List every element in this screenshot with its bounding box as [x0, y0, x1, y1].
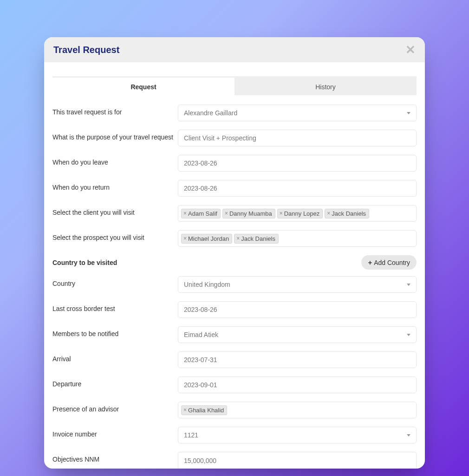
- tag-label: Danny Lopez: [284, 210, 320, 217]
- invoice-select[interactable]: 1121: [178, 427, 417, 443]
- country-value: United Kingdom: [184, 281, 230, 288]
- tag-label: Adam Salif: [188, 210, 217, 217]
- tag[interactable]: ×Danny Muamba: [222, 209, 275, 218]
- label-invoice: Invoice number: [52, 427, 178, 438]
- objectives-value: 15,000,000: [184, 457, 216, 464]
- tab-request[interactable]: Request: [52, 76, 234, 95]
- invoice-value: 1121: [184, 431, 198, 439]
- tabs: Request History: [52, 76, 417, 95]
- label-departure: Departure: [52, 377, 178, 388]
- label-arrival: Arrival: [52, 351, 178, 363]
- tag-remove-icon[interactable]: ×: [327, 210, 330, 217]
- last-cross-input[interactable]: 2023-08-26: [178, 301, 417, 318]
- tag-remove-icon[interactable]: ×: [183, 235, 187, 242]
- departure-value: 2023-09-01: [184, 381, 217, 389]
- objectives-input[interactable]: 15,000,000: [178, 452, 417, 469]
- tag-label: Ghalia Khalid: [188, 407, 224, 414]
- label-advisor: Presence of an advisor: [52, 402, 178, 413]
- tag-label: Danny Muamba: [229, 210, 272, 217]
- chevron-down-icon: [407, 112, 410, 114]
- travel-request-modal: Travel Request ✕ Request History This tr…: [44, 37, 425, 469]
- tag-label: Michael Jordan: [188, 235, 229, 242]
- label-objectives: Objectives NNM: [52, 452, 178, 463]
- label-return: When do you return: [52, 180, 178, 191]
- notify-value: Eimad Atiek: [184, 331, 218, 338]
- tag[interactable]: ×Ghalia Khalid: [181, 405, 227, 415]
- tag[interactable]: ×Jack Daniels: [234, 234, 279, 244]
- tag-remove-icon[interactable]: ×: [280, 210, 283, 217]
- tag-label: Jack Daniels: [241, 235, 275, 242]
- requester-select[interactable]: Alexandre Gaillard: [178, 105, 417, 121]
- tab-history[interactable]: History: [234, 76, 417, 95]
- tag[interactable]: ×Danny Lopez: [277, 209, 323, 218]
- tag[interactable]: ×Michael Jordan: [181, 234, 232, 244]
- label-for: This travel request is for: [52, 105, 178, 116]
- purpose-value: Client Visit + Prospecting: [184, 134, 256, 142]
- leave-date-input[interactable]: 2023-08-26: [178, 155, 417, 172]
- arrival-value: 2023-07-31: [184, 356, 217, 364]
- label-country: Country: [52, 276, 178, 287]
- tag-remove-icon[interactable]: ×: [183, 210, 187, 217]
- requester-value: Alexandre Gaillard: [184, 109, 237, 117]
- tag-remove-icon[interactable]: ×: [183, 407, 187, 413]
- tag-remove-icon[interactable]: ×: [225, 210, 228, 217]
- label-prospect: Select the prospect you will visit: [52, 230, 178, 241]
- label-leave: When do you leave: [52, 155, 178, 166]
- country-select[interactable]: United Kingdom: [178, 276, 417, 293]
- chevron-down-icon: [407, 284, 410, 286]
- chevron-down-icon: [407, 434, 410, 436]
- add-country-label: Add Country: [374, 259, 410, 266]
- chevron-down-icon: [407, 334, 410, 336]
- label-client: Select the client you will visit: [52, 205, 178, 216]
- return-date-value: 2023-08-26: [184, 185, 217, 192]
- add-country-button[interactable]: + Add Country: [361, 255, 417, 270]
- country-section-heading: Country to be visited: [52, 259, 178, 266]
- tag[interactable]: ×Jack Daniels: [325, 209, 369, 218]
- departure-input[interactable]: 2023-09-01: [178, 377, 417, 393]
- modal-header: Travel Request ✕: [44, 37, 425, 62]
- purpose-input[interactable]: Client Visit + Prospecting: [178, 130, 417, 146]
- arrival-input[interactable]: 2023-07-31: [178, 351, 417, 368]
- close-icon[interactable]: ✕: [405, 44, 416, 56]
- tag-remove-icon[interactable]: ×: [236, 235, 240, 242]
- prospect-tagbox[interactable]: ×Michael Jordan×Jack Daniels: [178, 230, 417, 247]
- advisor-tagbox[interactable]: ×Ghalia Khalid: [178, 402, 417, 418]
- modal-title: Travel Request: [53, 45, 119, 55]
- modal-body: Request History This travel request is f…: [44, 62, 425, 469]
- label-last-cross: Last cross border test: [52, 301, 178, 312]
- label-purpose: What is the purpose of your travel reque…: [52, 130, 178, 141]
- label-notify: Members to be notified: [52, 326, 178, 337]
- return-date-input[interactable]: 2023-08-26: [178, 180, 417, 197]
- client-tagbox[interactable]: ×Adam Salif×Danny Muamba×Danny Lopez×Jac…: [178, 205, 417, 222]
- leave-date-value: 2023-08-26: [184, 159, 217, 167]
- last-cross-value: 2023-08-26: [184, 306, 217, 313]
- plus-icon: +: [368, 258, 372, 266]
- tag-label: Jack Daniels: [332, 210, 366, 217]
- tag[interactable]: ×Adam Salif: [181, 209, 221, 218]
- form: This travel request is for Alexandre Gai…: [52, 95, 417, 469]
- notify-select[interactable]: Eimad Atiek: [178, 326, 417, 343]
